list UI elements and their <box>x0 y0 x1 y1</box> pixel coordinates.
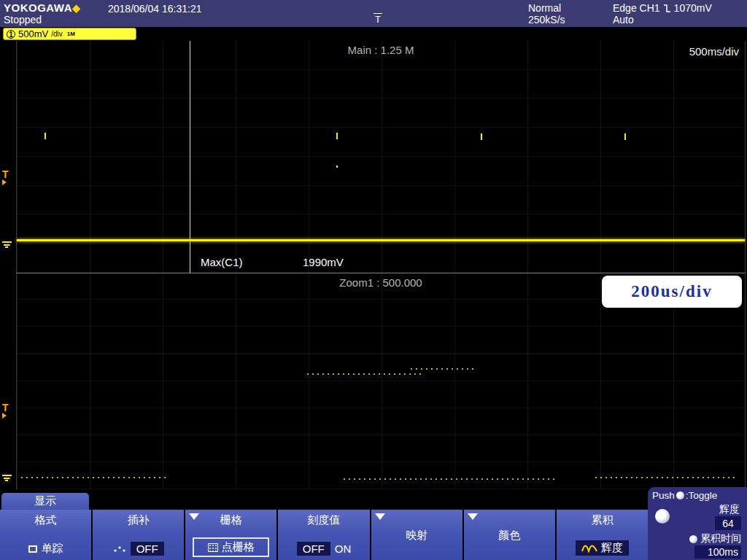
trigger-position-icon: T <box>374 13 382 25</box>
channel1-trace <box>17 239 745 241</box>
dot-grid-icon <box>208 543 218 552</box>
zoom-trace-dots <box>595 477 738 478</box>
accum-time-label: 累积时间 <box>700 532 741 545</box>
zoom-ground-level-icon <box>2 475 12 481</box>
pulse-mark <box>481 133 482 140</box>
menu-format-title: 格式 <box>0 513 91 527</box>
zoom-trace-dots <box>21 477 167 478</box>
menu-scale-value[interactable]: 刻度值 OFF ON <box>278 510 369 560</box>
zoom-trace-dots <box>344 478 555 480</box>
single-trace-icon <box>28 545 37 553</box>
acquisition-status: Stopped <box>4 14 42 26</box>
zoom-position-cursor[interactable] <box>190 41 190 273</box>
toggle-label: :Toggle <box>686 490 718 501</box>
pulse-mark <box>336 133 338 139</box>
intensity-value: 64 <box>715 516 741 530</box>
measure-value: 1990mV <box>303 256 344 268</box>
channel-number-icon: 1 <box>7 30 15 39</box>
trigger-mode: Auto <box>613 14 634 26</box>
tab-display[interactable]: 显示 <box>1 493 89 510</box>
diamond-icon: ◆ <box>72 2 80 14</box>
scale-value-off[interactable]: OFF <box>297 542 330 556</box>
push-toggle-hint: Push :Toggle <box>652 490 717 501</box>
accum-time-value: 100ms <box>694 545 741 559</box>
dropdown-triangle-icon <box>375 513 385 520</box>
zoom-trace-dots <box>411 368 475 370</box>
measure-label: Max(C1) <box>201 256 243 268</box>
knob-icon <box>689 535 697 543</box>
menu-color-title: 颜色 <box>464 528 555 542</box>
intensity-knob-icon[interactable] <box>655 509 670 524</box>
main-ground-level-icon <box>2 241 12 248</box>
channel1-badge[interactable]: 1 500mV/div 1M <box>3 28 136 40</box>
pulse-mark <box>624 133 626 140</box>
acquisition-mode: Normal <box>528 2 561 14</box>
knob-icon <box>676 491 684 499</box>
accumulate-mode-button[interactable]: 辉度 <box>576 540 629 556</box>
knob-control-panel: Push :Toggle 辉度 64 累积时间 100ms <box>648 487 747 560</box>
menu-interpolation[interactable]: 插补 OFF <box>93 510 184 560</box>
channel-coupling: 1M <box>67 31 75 37</box>
datetime-display: 2018/06/04 16:31:21 <box>108 3 201 15</box>
accum-time-row: 累积时间 <box>689 532 741 545</box>
menu-interpolation-sub: OFF <box>131 542 164 556</box>
menu-format[interactable]: 格式 单踪 <box>0 510 91 560</box>
menu-format-sub: 单踪 <box>42 542 63 556</box>
graticule-option-button[interactable]: 点栅格 <box>193 537 269 557</box>
menu-accumulate-title: 累积 <box>557 513 648 527</box>
intensity-label: 辉度 <box>719 503 740 516</box>
brand-logo: YOKOGAWA◆ <box>4 1 80 14</box>
menu-graticule[interactable]: 栅格 点栅格 <box>185 510 276 560</box>
main-record-length: Main : 1.25 M <box>348 44 414 56</box>
zoom-waveform-area: Zoom1 : 500.000 200us/div <box>16 273 746 489</box>
trigger-type: Edge CH1 <box>613 2 660 14</box>
header-bar: YOKOGAWA◆ 2018/06/04 16:31:21 Stopped T … <box>0 0 747 27</box>
scale-value-on[interactable]: ON <box>335 542 352 555</box>
trigger-level: 1070mV <box>674 2 712 14</box>
main-trigger-marker-icon: T <box>2 170 9 185</box>
push-label: Push <box>652 490 675 501</box>
dots-interp-icon <box>113 545 126 553</box>
zoom-trigger-marker-icon: T <box>2 403 9 419</box>
menu-accumulate-sub: 辉度 <box>601 541 623 555</box>
pulse-mark <box>336 166 338 168</box>
pulse-mark <box>44 133 46 139</box>
menu-mapping-title: 映射 <box>371 528 462 542</box>
menu-scale-value-title: 刻度值 <box>278 513 369 527</box>
menu-mapping[interactable]: 映射 <box>371 510 462 560</box>
falling-edge-icon <box>663 4 671 13</box>
zoom-timebase-box: 200us/div <box>602 276 742 308</box>
wave-icon <box>581 544 597 553</box>
zoom-factor-label: Zoom1 : 500.000 <box>339 276 422 289</box>
menu-color[interactable]: 颜色 <box>464 510 555 560</box>
zoom-timebase: 200us/div <box>631 282 712 301</box>
menu-graticule-sub: 点栅格 <box>222 540 255 554</box>
dropdown-triangle-icon <box>189 513 199 520</box>
main-waveform-area: Main : 1.25 M 500ms/div Max(C1) 1990mV <box>16 41 746 273</box>
softkey-menu: 格式 单踪 插补 OFF 栅格 点栅格 刻度值 OFF ON 映射 <box>0 510 648 560</box>
channel-perdiv: /div <box>51 30 63 38</box>
sample-rate: 250kS/s <box>528 14 565 26</box>
zoom-trace-dots <box>307 373 424 375</box>
menu-interpolation-title: 插补 <box>93 513 184 527</box>
channel-scale: 500mV <box>18 28 48 39</box>
trigger-info: Edge CH1 1070mV <box>613 2 712 14</box>
dropdown-triangle-icon <box>468 513 478 520</box>
brand-text: YOKOGAWA <box>4 1 72 14</box>
main-timebase: 500ms/div <box>689 45 739 58</box>
menu-accumulate[interactable]: 累积 辉度 <box>557 510 648 560</box>
